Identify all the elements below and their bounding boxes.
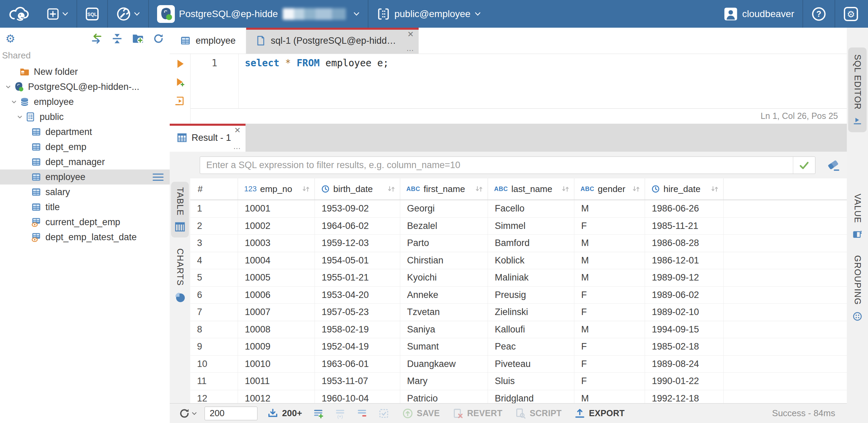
table-cell[interactable]: Bezalel (400, 218, 488, 235)
app-logo[interactable] (0, 0, 38, 28)
tree-item-new-folder[interactable]: New folder (0, 64, 170, 79)
table-cell[interactable]: Bridgland (488, 390, 574, 404)
table-cell[interactable]: Koblick (488, 252, 574, 269)
close-tab-icon[interactable]: ✕ (407, 30, 414, 38)
tree-item-table-salary[interactable]: salary (0, 185, 170, 200)
table-cell[interactable]: 10010 (238, 356, 315, 373)
chevron-down-icon[interactable] (4, 83, 12, 91)
script-button[interactable]: SCRIPT (515, 408, 561, 419)
table-cell[interactable]: Maliniak (488, 269, 574, 286)
execute-query-icon[interactable] (174, 58, 185, 69)
table-row[interactable]: 6100061953-04-20AnnekePreusigF1989-06-02 (190, 287, 847, 304)
settings-button[interactable] (835, 0, 868, 28)
tab-value-panel[interactable]: VALUE (848, 187, 867, 246)
tree-item-database-employee[interactable]: employee (0, 94, 170, 109)
tree-item-view-current-dept-emp[interactable]: current_dept_emp (0, 215, 170, 230)
table-cell[interactable]: Facello (488, 200, 574, 217)
table-cell[interactable]: F (574, 304, 645, 321)
table-cell[interactable]: Patricio (400, 390, 488, 404)
table-cell[interactable]: 1955-01-21 (315, 269, 400, 286)
result-more-icon[interactable]: ... (234, 143, 241, 150)
table-cell[interactable]: Tzvetan (400, 304, 488, 321)
table-cell[interactable]: 1953-11-07 (315, 373, 400, 390)
table-cell[interactable]: M (574, 252, 645, 269)
table-cell[interactable]: 10006 (238, 287, 315, 304)
table-cell[interactable]: 10011 (238, 373, 315, 390)
tree-item-table-department[interactable]: department (0, 124, 170, 139)
table-row[interactable]: 7100071957-05-23TzvetanZielinskiF1989-02… (190, 304, 847, 321)
tools-button[interactable] (108, 0, 148, 28)
column-header-rownum[interactable]: # (190, 178, 238, 200)
tab-more-icon[interactable]: ... (407, 45, 414, 52)
sort-icon[interactable] (632, 185, 641, 193)
row-number-cell[interactable]: 7 (190, 304, 238, 321)
table-cell[interactable]: M (574, 390, 645, 404)
row-number-cell[interactable]: 11 (190, 373, 238, 390)
close-result-icon[interactable]: ✕ (234, 126, 241, 134)
tab-sql-editor-vertical[interactable]: SQL EDITOR (848, 47, 867, 132)
table-cell[interactable]: 1964-06-02 (315, 218, 400, 235)
table-cell[interactable]: 1992-12-18 (645, 390, 724, 404)
execute-script-icon[interactable] (174, 95, 186, 107)
new-connection-button[interactable] (38, 0, 76, 28)
table-cell[interactable]: 1989-09-12 (645, 269, 724, 286)
column-header-emp-no[interactable]: 123 emp_no (238, 178, 315, 200)
table-cell[interactable]: 1959-12-03 (315, 235, 400, 252)
table-cell[interactable]: 1957-05-23 (315, 304, 400, 321)
table-cell[interactable]: 10003 (238, 235, 315, 252)
table-cell[interactable]: F (574, 218, 645, 235)
delete-row-icon[interactable] (356, 408, 368, 419)
row-number-cell[interactable]: 10 (190, 356, 238, 373)
tree-item-schema-public[interactable]: public (0, 109, 170, 124)
table-cell[interactable]: 1954-05-01 (315, 252, 400, 269)
table-cell[interactable]: Saniya (400, 321, 488, 338)
table-row[interactable]: 11100111953-11-07MarySluisF1990-01-22 (190, 373, 847, 390)
table-cell[interactable]: 1960-10-04 (315, 390, 400, 404)
table-cell[interactable]: 1986-06-26 (645, 200, 724, 217)
table-cell[interactable]: Peac (488, 338, 574, 355)
export-button[interactable]: EXPORT (574, 408, 625, 419)
table-cell[interactable]: 1958-02-19 (315, 321, 400, 338)
table-row[interactable]: 12100121960-10-04PatricioBridglandM1992-… (190, 390, 847, 404)
table-cell[interactable]: 1953-04-20 (315, 287, 400, 304)
column-header-last-name[interactable]: ABC last_name (488, 178, 574, 200)
filter-input[interactable] (200, 157, 793, 174)
table-cell[interactable]: 1989-02-10 (645, 304, 724, 321)
tree-item-menu-icon[interactable] (153, 174, 164, 181)
row-number-cell[interactable]: 2 (190, 218, 238, 235)
tree-item-table-employee-selected[interactable]: employee (0, 169, 170, 185)
table-row[interactable]: 2100021964-06-02BezalelSimmelF1985-11-21 (190, 218, 847, 235)
table-row[interactable]: 5100051955-01-21KyoichiMaliniakM1989-09-… (190, 269, 847, 287)
tab-table-presentation[interactable]: TABLE (171, 182, 189, 237)
row-number-cell[interactable]: 12 (190, 390, 238, 404)
sort-icon[interactable] (475, 185, 484, 193)
refresh-result-button[interactable] (179, 408, 197, 419)
tab-sql-1-active[interactable]: sql-1 (PostgreSQL@ep-hidde... ✕ ... (246, 28, 419, 54)
revert-button[interactable]: REVERT (452, 408, 502, 419)
sql-code-area[interactable]: select * FROM employee e; (239, 54, 847, 108)
add-row-icon[interactable] (312, 408, 324, 419)
sort-icon[interactable] (710, 185, 719, 193)
table-cell[interactable]: F (574, 373, 645, 390)
tab-result-1[interactable]: Result - 1 ✕ ... (170, 124, 246, 152)
row-number-cell[interactable]: 1 (190, 200, 238, 217)
tree-item-table-dept-emp[interactable]: dept_emp (0, 139, 170, 154)
tab-charts-presentation[interactable]: CHARTS (171, 243, 189, 308)
row-number-cell[interactable]: 6 (190, 287, 238, 304)
table-cell[interactable]: Bamford (488, 235, 574, 252)
user-menu[interactable]: cloudbeaver (715, 0, 802, 28)
table-cell[interactable]: Kyoichi (400, 269, 488, 286)
table-cell[interactable]: 1989-06-02 (645, 287, 724, 304)
table-row[interactable]: 4100041954-05-01ChirstianKoblickM1986-12… (190, 252, 847, 270)
tree-item-table-title[interactable]: title (0, 200, 170, 215)
tab-grouping-panel[interactable]: GROUPING (848, 248, 867, 328)
column-header-first-name[interactable]: ABC first_name (400, 178, 488, 200)
refresh-tree-icon[interactable] (153, 33, 164, 44)
table-row[interactable]: 1100011953-09-02GeorgiFacelloM1986-06-26 (190, 200, 847, 218)
table-cell[interactable]: F (574, 287, 645, 304)
table-cell[interactable]: 10001 (238, 200, 315, 217)
table-cell[interactable]: Mary (400, 373, 488, 390)
table-cell[interactable]: Chirstian (400, 252, 488, 269)
sort-icon[interactable] (302, 185, 310, 193)
chevron-down-icon[interactable] (10, 98, 18, 106)
